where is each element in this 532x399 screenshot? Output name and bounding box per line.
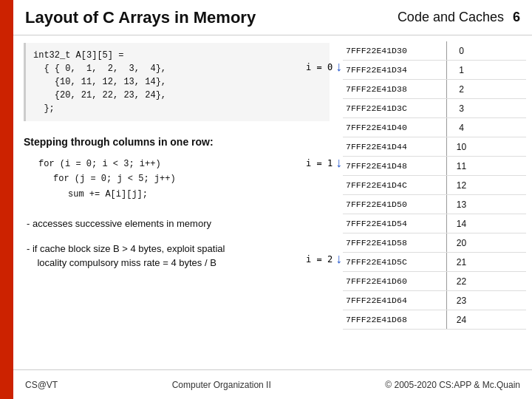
footer: CS@VT Computer Organization II © 2005-20… bbox=[13, 369, 532, 399]
mem-value: 23 bbox=[446, 291, 476, 310]
header: Layout of C Arrays in Memory Code and Ca… bbox=[13, 0, 532, 35]
mem-address: 7FFF22E41D48 bbox=[343, 161, 446, 171]
red-sidebar bbox=[0, 0, 13, 399]
footer-right: © 2005-2020 CS:APP & Mc.Quain bbox=[385, 380, 520, 390]
footer-left: CS@VT bbox=[25, 380, 58, 390]
i1-label: i = 1 ↓ bbox=[306, 155, 342, 171]
bullet-1: - accesses successive elements in memory bbox=[24, 216, 330, 231]
mem-address: 7FFF22E41D50 bbox=[343, 200, 446, 209]
table-row: 7FFF22E41D6022 bbox=[343, 272, 526, 291]
mem-value: 10 bbox=[446, 137, 476, 156]
i1-arrow: ↓ bbox=[335, 155, 342, 171]
i2-text: i = 2 bbox=[306, 254, 332, 265]
page-title: Layout of C Arrays in Memory bbox=[25, 8, 256, 27]
loop-line-3: sum += A[i][j]; bbox=[38, 187, 330, 202]
mem-value: 14 bbox=[446, 214, 476, 233]
code-line-4: {20, 21, 22, 23, 24}, bbox=[33, 89, 322, 102]
code-line-3: {10, 11, 12, 13, 14}, bbox=[33, 75, 322, 89]
mem-value: 4 bbox=[446, 118, 476, 137]
loop-code: for (i = 0; i < 3; i++) for (j = 0; j < … bbox=[24, 152, 330, 206]
loop-line-1: for (i = 0; i < 3; i++) bbox=[38, 157, 330, 171]
mem-value: 11 bbox=[446, 157, 476, 175]
section-title: Stepping through columns in one row: bbox=[24, 136, 330, 148]
mem-address: 7FFF22E41D60 bbox=[343, 276, 446, 286]
table-row: 7FFF22E41D4410 bbox=[343, 137, 526, 157]
mem-address: 7FFF22E41D3C bbox=[343, 103, 446, 113]
mem-address: 7FFF22E41D5C bbox=[343, 257, 446, 267]
mem-address: 7FFF22E41D54 bbox=[343, 219, 446, 228]
mem-address: 7FFF22E41D30 bbox=[343, 46, 446, 55]
table-row: 7FFF22E41D4C12 bbox=[343, 176, 526, 195]
mem-value: 13 bbox=[446, 195, 476, 214]
mem-address: 7FFF22E41D64 bbox=[343, 296, 446, 305]
mem-address: 7FFF22E41D68 bbox=[343, 315, 446, 324]
footer-center: Computer Organization II bbox=[172, 380, 271, 390]
i0-text: i = 0 bbox=[306, 62, 332, 72]
mem-value: 21 bbox=[446, 253, 476, 271]
brand-label: Code and Caches bbox=[398, 10, 504, 25]
table-row: 7FFF22E41D382 bbox=[343, 80, 526, 99]
header-right: Code and Caches 6 bbox=[398, 10, 520, 25]
i1-text: i = 1 bbox=[306, 158, 332, 168]
code-line-1: int32_t A[3][5] = bbox=[33, 49, 322, 62]
mem-address: 7FFF22E41D38 bbox=[343, 84, 446, 94]
bullet-2: - if cache block size B > 4 bytes, explo… bbox=[24, 242, 330, 270]
table-row: 7FFF22E41D4811 bbox=[343, 157, 526, 176]
mem-value: 0 bbox=[446, 41, 476, 60]
loop-line-2: for (j = 0; j < 5; j++) bbox=[38, 171, 330, 186]
code-line-5: }; bbox=[33, 102, 322, 115]
i2-arrow: ↓ bbox=[335, 251, 342, 267]
mem-address: 7FFF22E41D4C bbox=[343, 180, 446, 190]
code-declaration: int32_t A[3][5] = { { 0, 1, 2, 3, 4}, {1… bbox=[24, 43, 330, 121]
i0-label: i = 0 ↓ bbox=[306, 59, 342, 75]
table-row: 7FFF22E41D404 bbox=[343, 118, 526, 137]
table-row: 7FFF22E41D5013 bbox=[343, 195, 526, 214]
right-panel: i = 0 ↓ i = 1 ↓ i = 2 ↓ 7FFF22E41D3007FF… bbox=[340, 35, 532, 369]
table-row: 7FFF22E41D341 bbox=[343, 61, 526, 80]
mem-address: 7FFF22E41D58 bbox=[343, 238, 446, 248]
mem-value: 2 bbox=[446, 80, 476, 98]
mem-value: 24 bbox=[446, 310, 476, 329]
i2-label: i = 2 ↓ bbox=[306, 251, 342, 267]
mem-address: 7FFF22E41D40 bbox=[343, 123, 446, 132]
table-row: 7FFF22E41D300 bbox=[343, 41, 526, 61]
mem-value: 20 bbox=[446, 233, 476, 252]
mem-address: 7FFF22E41D34 bbox=[343, 65, 446, 75]
i0-arrow: ↓ bbox=[335, 59, 342, 75]
slide-number: 6 bbox=[513, 10, 520, 25]
code-line-2: { { 0, 1, 2, 3, 4}, bbox=[33, 62, 322, 75]
table-row: 7FFF22E41D5820 bbox=[343, 233, 526, 253]
table-row: 7FFF22E41D5414 bbox=[343, 214, 526, 233]
mem-address: 7FFF22E41D44 bbox=[343, 142, 446, 151]
mem-value: 1 bbox=[446, 61, 476, 79]
table-row: 7FFF22E41D6423 bbox=[343, 291, 526, 310]
table-row: 7FFF22E41D5C21 bbox=[343, 253, 526, 272]
mem-value: 12 bbox=[446, 176, 476, 194]
left-panel: int32_t A[3][5] = { { 0, 1, 2, 3, 4}, {1… bbox=[13, 35, 340, 369]
memory-table: 7FFF22E41D3007FFF22E41D3417FFF22E41D3827… bbox=[343, 41, 526, 330]
main-content: int32_t A[3][5] = { { 0, 1, 2, 3, 4}, {1… bbox=[13, 35, 532, 369]
mem-value: 3 bbox=[446, 99, 476, 117]
table-row: 7FFF22E41D3C3 bbox=[343, 99, 526, 118]
table-row: 7FFF22E41D6824 bbox=[343, 310, 526, 330]
mem-value: 22 bbox=[446, 272, 476, 290]
